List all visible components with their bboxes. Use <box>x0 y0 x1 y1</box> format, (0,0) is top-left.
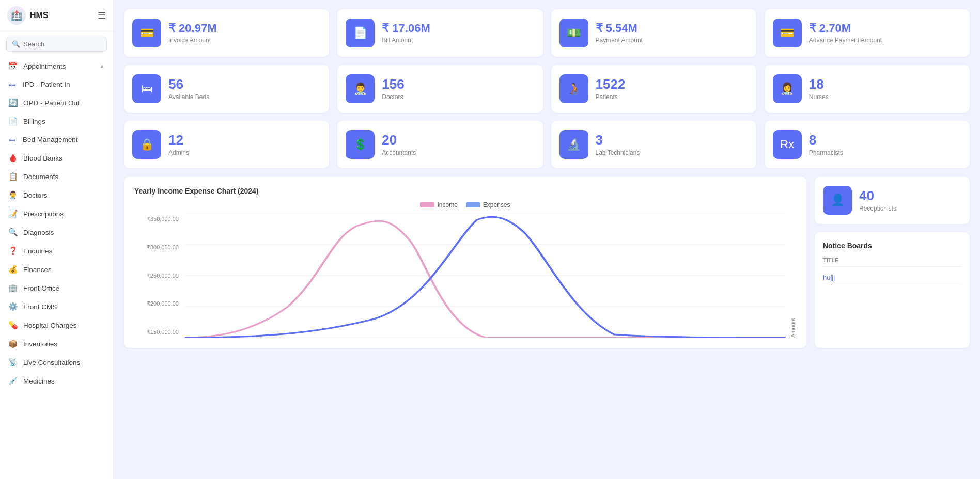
sidebar-item-doctors[interactable]: 👨‍⚕️ Doctors <box>0 186 113 204</box>
sidebar-item-blood-banks[interactable]: 🩸 Blood Banks <box>0 149 113 167</box>
legend-expenses: Expenses <box>466 201 510 209</box>
sidebar-logo-area: 🏥 HMS <box>7 6 49 25</box>
stat-info-nurses: 18 Nurses <box>809 77 829 101</box>
receptionist-icon: 👤 <box>823 186 852 215</box>
stat-card-beds: 🛏 56 Available Beds <box>124 65 329 113</box>
stat-info-invoice: ₹ 20.97M Invoice Amount <box>168 22 217 43</box>
sidebar-item-diagnosis[interactable]: 🔍 Diagnosis <box>0 223 113 242</box>
sidebar-item-prescriptions[interactable]: 📝 Prescriptions <box>0 204 113 223</box>
sidebar-item-inventories[interactable]: 📦 Inventories <box>0 334 113 353</box>
stat-label-invoice: Invoice Amount <box>168 37 217 44</box>
stat-card-admins: 🔒 12 Admins <box>124 121 329 168</box>
app-title: HMS <box>30 11 49 20</box>
stat-info-beds: 56 Available Beds <box>168 77 209 101</box>
stat-info-payment: ₹ 5.54M Payment Amount <box>596 22 643 43</box>
nav-label-ipd-patient-in: IPD - Patient In <box>23 81 70 88</box>
sidebar-item-front-cms[interactable]: ⚙️ Front CMS <box>0 297 113 316</box>
hamburger-icon[interactable]: ☰ <box>98 10 106 21</box>
stat-card-advance-payment: 💳 ₹ 2.70M Advance Payment Amount <box>765 9 970 57</box>
receptionist-card: 👤 40 Receptionists <box>815 177 970 224</box>
stat-card-bill: 📄 ₹ 17.06M Bill Amount <box>337 9 542 57</box>
receptionist-label: Receptionists <box>859 205 896 212</box>
y-label-5: ₹150,000.00 <box>134 329 179 336</box>
nav-icon-finances: 💰 <box>8 265 18 274</box>
stat-value-pharmacists: 8 <box>809 133 843 148</box>
stat-icon-doctors: 👨‍⚕️ <box>346 74 375 103</box>
stat-value-accountants: 20 <box>382 133 416 148</box>
stat-label-accountants: Accountants <box>382 149 416 156</box>
sidebar-item-hospital-charges[interactable]: 💊 Hospital Charges <box>0 316 113 334</box>
stat-value-lab-technicians: 3 <box>596 133 640 148</box>
sidebar-item-billings[interactable]: 📄 Billings <box>0 112 113 131</box>
nav-label-inventories: Inventories <box>23 340 57 348</box>
sidebar-item-medicines[interactable]: 💉 Medicines <box>0 372 113 390</box>
sidebar-item-enquiries[interactable]: ❓ Enquiries <box>0 242 113 260</box>
y-axis-labels: ₹350,000.00 ₹300,000.00 ₹250,000.00 ₹200… <box>134 214 181 338</box>
stat-label-admins: Admins <box>168 149 189 156</box>
y-label-3: ₹250,000.00 <box>134 273 179 279</box>
nav-icon-opd-patient-out: 🔄 <box>8 98 18 107</box>
notice-board-card: Notice Boards TITLE hujjj <box>815 232 970 348</box>
nav-icon-front-office: 🏢 <box>8 283 18 293</box>
staff-stats-row: 🛏 56 Available Beds 👨‍⚕️ 156 Doctors 🧑‍🦽… <box>124 65 970 113</box>
notice-item[interactable]: hujjj <box>823 271 961 284</box>
nav-label-diagnosis: Diagnosis <box>23 229 54 236</box>
sidebar-header: 🏥 HMS ☰ <box>0 0 113 31</box>
sidebar-item-documents[interactable]: 📋 Documents <box>0 167 113 186</box>
chart-card: Yearly Income Expense Chart (2024) Incom… <box>124 177 806 348</box>
stat-value-nurses: 18 <box>809 77 829 92</box>
sidebar-item-finances[interactable]: 💰 Finances <box>0 260 113 279</box>
nav-label-prescriptions: Prescriptions <box>23 210 64 218</box>
stat-label-bill: Bill Amount <box>382 37 430 44</box>
stat-value-bill: ₹ 17.06M <box>382 22 430 35</box>
stat-icon-bill: 📄 <box>346 19 375 47</box>
nav-label-doctors: Doctors <box>23 191 48 199</box>
sidebar-item-front-office[interactable]: 🏢 Front Office <box>0 279 113 297</box>
stat-label-advance-payment: Advance Payment Amount <box>809 37 882 44</box>
stat-icon-beds: 🛏 <box>132 74 161 103</box>
stat-card-accountants: 💲 20 Accountants <box>337 121 542 168</box>
income-expense-svg <box>185 214 786 338</box>
nav-icon-diagnosis: 🔍 <box>8 228 18 237</box>
nav-label-medicines: Medicines <box>23 377 55 385</box>
search-container: 🔍 <box>0 31 113 57</box>
nav-icon-medicines: 💉 <box>8 376 18 386</box>
sidebar-item-bed-management[interactable]: 🛏 Bed Management <box>0 131 113 149</box>
nav-icon-blood-banks: 🩸 <box>8 153 18 163</box>
stat-label-pharmacists: Pharmacists <box>809 149 843 156</box>
stat-value-beds: 56 <box>168 77 209 92</box>
chart-legend: Income Expenses <box>134 201 796 209</box>
stat-info-accountants: 20 Accountants <box>382 133 416 156</box>
stat-card-pharmacists: Rx 8 Pharmacists <box>765 121 970 168</box>
stat-label-patients: Patients <box>596 93 626 101</box>
nav-icon-ipd-patient-in: 🛏 <box>8 80 18 89</box>
income-legend-color <box>420 202 434 207</box>
search-input-wrap: 🔍 <box>6 37 107 52</box>
expenses-legend-color <box>466 202 480 207</box>
stat-icon-patients: 🧑‍🦽 <box>559 74 588 103</box>
stat-info-doctors: 156 Doctors <box>382 77 404 101</box>
receptionist-info: 40 Receptionists <box>859 188 896 212</box>
nav-label-opd-patient-out: OPD - Patient Out <box>23 99 80 107</box>
y-label-2: ₹300,000.00 <box>134 244 179 251</box>
sidebar-item-live-consultations[interactable]: 📡 Live Consultations <box>0 353 113 372</box>
nav-label-finances: Finances <box>23 266 52 274</box>
sidebar-item-ipd-patient-in[interactable]: 🛏 IPD - Patient In <box>0 75 113 93</box>
stat-value-patients: 1522 <box>596 77 626 92</box>
nav-label-front-cms: Front CMS <box>23 303 57 311</box>
sidebar-item-appointments[interactable]: 📅 Appointments ▲ <box>0 57 113 75</box>
stat-label-lab-technicians: Lab Technicians <box>596 149 640 156</box>
nav-icon-documents: 📋 <box>8 172 18 181</box>
chart-area: ₹350,000.00 ₹300,000.00 ₹250,000.00 ₹200… <box>134 214 796 338</box>
stat-info-pharmacists: 8 Pharmacists <box>809 133 843 156</box>
stat-value-advance-payment: ₹ 2.70M <box>809 22 882 35</box>
sidebar: 🏥 HMS ☰ 🔍 📅 Appointments ▲ 🛏 IPD - Patie… <box>0 0 114 479</box>
chart-title: Yearly Income Expense Chart (2024) <box>134 187 796 195</box>
stat-value-payment: ₹ 5.54M <box>596 22 643 35</box>
sidebar-item-opd-patient-out[interactable]: 🔄 OPD - Patient Out <box>0 93 113 112</box>
nav-icon-prescriptions: 📝 <box>8 209 18 218</box>
nav-label-hospital-charges: Hospital Charges <box>23 322 77 329</box>
role-stats-row: 🔒 12 Admins 💲 20 Accountants 🔬 3 Lab Tec… <box>124 121 970 168</box>
search-input[interactable] <box>23 40 101 48</box>
stat-info-admins: 12 Admins <box>168 133 189 156</box>
